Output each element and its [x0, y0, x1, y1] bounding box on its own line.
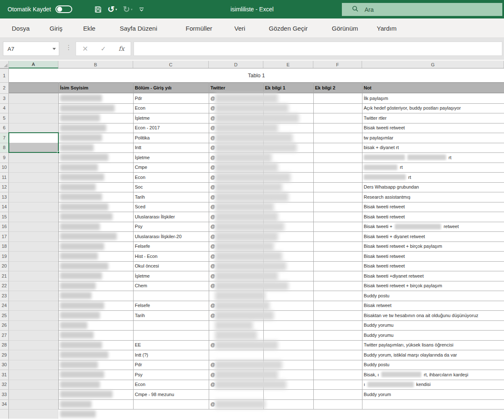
cell-bolum-23[interactable] — [133, 291, 209, 301]
cell-F3[interactable] — [313, 93, 362, 103]
column-header-D[interactable]: D — [209, 61, 263, 68]
tab-ekle[interactable]: Ekle — [83, 18, 95, 38]
cell-E25[interactable] — [263, 310, 313, 320]
row-header-22[interactable]: 22 — [0, 281, 9, 291]
cell-F27[interactable] — [313, 330, 362, 340]
cell-not-21[interactable]: Bisak tweeti +diyanet retweet — [364, 271, 502, 281]
active-cell-A7[interactable] — [9, 133, 58, 143]
cell-bolum-22[interactable]: Chem — [135, 281, 207, 291]
cell-F28[interactable] — [313, 340, 362, 350]
cell-E3[interactable] — [263, 93, 313, 103]
cell-not-32[interactable]: ıkendisi — [364, 380, 502, 390]
cell-F12[interactable] — [313, 182, 362, 192]
row-header-12[interactable]: 12 — [0, 182, 9, 192]
cell-bolum-32[interactable]: Econ — [135, 380, 207, 390]
cell-bolum-25[interactable]: Tarih — [135, 310, 207, 320]
cell-not-18[interactable]: Bisak tweeti retweet + birçok paylaşım — [364, 242, 502, 252]
tab-dosya[interactable]: Dosya — [12, 18, 30, 38]
name-box[interactable]: A7 — [3, 42, 59, 56]
cell-F15[interactable] — [313, 212, 362, 222]
cell-not-20[interactable]: Bisak tweeti retweet — [364, 261, 502, 271]
cell-E13[interactable] — [263, 192, 313, 202]
cell-bolum-13[interactable]: Tarih — [135, 192, 207, 202]
cell-F8[interactable] — [313, 143, 362, 153]
cell-bolum-12[interactable]: Soc — [135, 182, 207, 192]
row-header-31[interactable]: 31 — [0, 370, 9, 380]
cell-bolum-29[interactable]: Intt (?) — [135, 350, 207, 360]
cell-E28[interactable] — [263, 340, 313, 350]
cell-not-19[interactable]: Bisak tweeti retweet — [364, 251, 502, 261]
row-header-17[interactable]: 17 — [0, 231, 9, 242]
cell-not-30[interactable]: Buddy postu — [364, 360, 502, 370]
cell-not-7[interactable]: tw paylaşımlar — [364, 133, 502, 143]
selection-box[interactable] — [8, 132, 59, 153]
cell-not-6[interactable]: Bisak tweeti retweet — [364, 123, 502, 133]
redo-button[interactable]: ↻▾ — [123, 5, 133, 13]
cell-E6[interactable] — [263, 123, 313, 133]
cell-E20[interactable] — [263, 261, 313, 271]
cell-E4[interactable] — [263, 103, 313, 113]
cell-not-15[interactable]: Bisak tweeti retweet — [364, 212, 502, 222]
cell-E18[interactable] — [263, 242, 313, 252]
fill-handle[interactable] — [57, 151, 60, 154]
enter-icon[interactable]: ✓ — [101, 45, 106, 52]
cell-F21[interactable] — [313, 271, 362, 281]
cell-E31[interactable] — [263, 370, 313, 380]
cell-F31[interactable] — [313, 370, 362, 380]
select-all-button[interactable] — [0, 61, 9, 68]
tab-veri[interactable]: Veri — [234, 18, 245, 38]
cell-F23[interactable] — [313, 291, 362, 301]
cell-bolum-30[interactable]: Pdr — [135, 360, 207, 370]
cell-bolum-21[interactable]: İşletme — [135, 271, 207, 281]
cell-not-33[interactable]: Buddy yorum — [364, 389, 502, 399]
column-header-C[interactable]: C — [133, 61, 209, 68]
selected-cell-A8[interactable] — [9, 143, 58, 152]
tab-form-ller[interactable]: Formüller — [186, 18, 212, 38]
row-header-11[interactable]: 11 — [0, 172, 9, 182]
cell-F34[interactable] — [313, 399, 362, 410]
column-header-E[interactable]: E — [263, 61, 313, 68]
row-header-27[interactable]: 27 — [0, 330, 9, 340]
cell-E9[interactable] — [263, 152, 313, 163]
cell-F20[interactable] — [313, 261, 362, 271]
row-header-19[interactable]: 19 — [0, 251, 9, 261]
cell-not-22[interactable]: Bisak tweeti retweet + birçok paylaşım — [364, 281, 502, 291]
cell-E17[interactable] — [263, 231, 313, 242]
tab-giri-[interactable]: Giriş — [50, 18, 63, 38]
cell-E30[interactable] — [263, 360, 313, 370]
cell-bolum-34[interactable] — [133, 399, 209, 410]
cell-E34[interactable] — [263, 399, 313, 410]
cancel-icon[interactable]: ✕ — [82, 45, 88, 53]
cell-not-23[interactable]: Buddy postu — [364, 291, 502, 301]
cell-not-28[interactable]: Twitter paylaşımları, yüksek lisans öğre… — [364, 340, 502, 350]
cell-E5[interactable] — [263, 113, 313, 123]
row-header-13[interactable]: 13 — [0, 192, 9, 202]
cell-F32[interactable] — [313, 380, 362, 390]
row-header-16[interactable]: 16 — [0, 222, 9, 232]
cell-E16[interactable] — [263, 222, 313, 232]
tab-sayfa-d-zeni[interactable]: Sayfa Düzeni — [120, 18, 157, 38]
cell-not-17[interactable]: Bisak tweeti + diyanet retweet — [364, 231, 502, 242]
cell-not-31[interactable]: Bisak, ırt, ihbarcıların kardeşi — [364, 370, 502, 380]
undo-dropdown-icon[interactable]: ▾ — [116, 8, 117, 11]
cell-bolum-24[interactable]: Felsefe — [135, 301, 207, 311]
column-header-A[interactable]: A — [9, 61, 58, 68]
cell-F7[interactable] — [313, 133, 362, 143]
row-header-7[interactable]: 7 — [0, 133, 9, 143]
cell-bolum-31[interactable]: Psy — [135, 370, 207, 380]
search-bar[interactable]: Ara — [342, 3, 502, 16]
cell-E11[interactable] — [263, 172, 313, 182]
autosave-toggle[interactable] — [55, 5, 72, 13]
cell-not-8[interactable]: bisak + diyanet rt — [364, 143, 502, 153]
row-header-28[interactable]: 28 — [0, 340, 9, 350]
cell-E32[interactable] — [263, 380, 313, 390]
cell-not-14[interactable]: Bisak tweeti retweet — [364, 202, 502, 212]
row-header-5[interactable]: 5 — [0, 113, 9, 123]
cell-not-12[interactable]: Ders Whatsapp grubundan — [364, 182, 502, 192]
cell-E14[interactable] — [263, 202, 313, 212]
row-header-14[interactable]: 14 — [0, 202, 9, 212]
row-header-25[interactable]: 25 — [0, 310, 9, 320]
row-header-4[interactable]: 4 — [0, 103, 9, 113]
insert-function-icon[interactable]: fx — [118, 45, 124, 52]
row-header-33[interactable]: 33 — [0, 389, 9, 399]
